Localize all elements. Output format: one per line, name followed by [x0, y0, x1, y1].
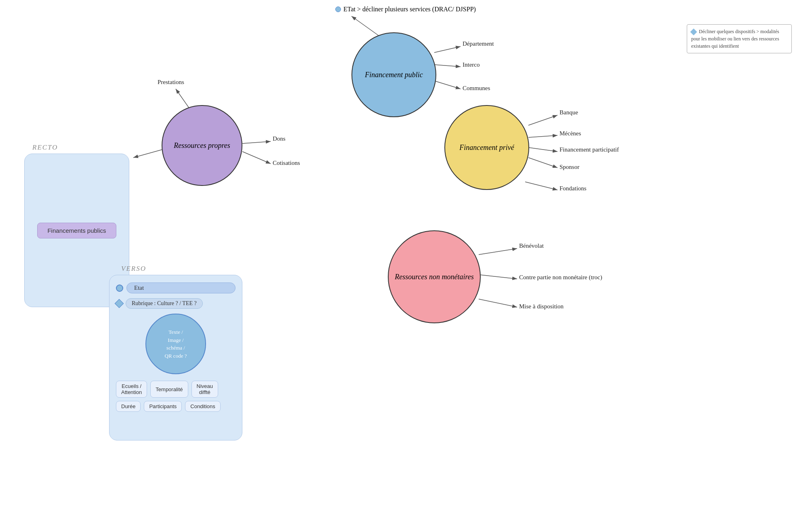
label-mecenes: Mécènes: [560, 130, 581, 137]
etat-top-text: ETat > décliner plusieurs services (DRAC…: [343, 6, 476, 13]
tag-ecueils[interactable]: Ecueils / Attention: [116, 381, 147, 398]
tag-duree[interactable]: Durée: [116, 401, 141, 412]
verso-rubrique-badge[interactable]: Rubrique : Culture ? / TEE ?: [126, 298, 203, 309]
svg-line-15: [480, 275, 517, 279]
verso-label: VERSO: [121, 265, 146, 273]
svg-line-8: [434, 81, 461, 89]
verso-diamond-icon: [115, 299, 124, 308]
label-dons: Dons: [273, 135, 286, 142]
verso-rubrique-row: Rubrique : Culture ? / TEE ?: [116, 298, 236, 309]
svg-line-3: [242, 152, 271, 164]
circle-label-ressources-propres: Ressources propres: [174, 141, 230, 150]
tag-participants[interactable]: Participants: [144, 401, 182, 412]
circle-label-financement-public: Financement public: [365, 71, 423, 79]
circle-ressources-propres: Ressources propres: [162, 105, 242, 186]
svg-line-7: [434, 65, 461, 67]
label-interco: Interco: [463, 61, 480, 68]
label-departement: Département: [463, 40, 494, 47]
etat-top-label: ETat > décliner plusieurs services (DRAC…: [335, 6, 476, 13]
svg-line-1: [176, 89, 190, 109]
svg-line-14: [479, 249, 517, 255]
diamond-icon: [690, 29, 697, 36]
label-benevolat: Bénévolat: [519, 242, 544, 249]
verso-circle-icon: [116, 285, 123, 292]
verso-etat-row: Etat: [116, 282, 236, 293]
label-financement-participatif: Financement participatif: [560, 146, 619, 153]
financements-publics-button[interactable]: Financements publics: [37, 223, 116, 238]
label-banque: Banque: [560, 109, 578, 116]
svg-line-6: [434, 46, 461, 53]
verso-content-circle: Texte / Image / schéma / QR code ?: [145, 314, 206, 374]
label-prestations: Prestations: [158, 79, 184, 86]
label-mise-a-disposition: Mise à disposition: [519, 303, 564, 310]
circle-label-ressources-non-monetaires: Ressources non monétaires: [395, 273, 474, 281]
svg-line-13: [525, 182, 557, 190]
annotation-text: Décliner quelques dispositifs > modalité…: [691, 29, 779, 49]
circle-ressources-non-monetaires: Ressources non monétaires: [388, 230, 481, 323]
svg-line-2: [242, 141, 271, 143]
verso-tags: Ecueils / Attention Temporalité Niveau d…: [116, 381, 236, 412]
label-cotisations: Cotisations: [273, 160, 300, 166]
annotation-box: Décliner quelques dispositifs > modalité…: [687, 24, 792, 53]
svg-line-11: [528, 148, 557, 152]
tag-conditions[interactable]: Conditions: [185, 401, 220, 412]
etat-circle-icon: [335, 6, 341, 12]
verso-etat-badge[interactable]: Etat: [126, 282, 236, 293]
svg-line-16: [479, 299, 517, 307]
label-sponsor: Sponsor: [560, 164, 579, 171]
label-fondations: Fondations: [560, 185, 587, 192]
svg-line-9: [528, 115, 557, 125]
svg-line-4: [133, 150, 162, 158]
svg-line-12: [528, 158, 557, 168]
circle-financement-public: Financement public: [351, 32, 436, 117]
tag-niveau[interactable]: Niveau diffté: [191, 381, 218, 398]
recto-label: RECTO: [32, 143, 58, 152]
svg-line-10: [528, 135, 557, 137]
circle-label-financement-prive: Financement privé: [459, 143, 514, 152]
verso-card: Etat Rubrique : Culture ? / TEE ? Texte …: [109, 275, 242, 440]
label-contre-partie: Contre partie non monétaire (troc): [519, 274, 602, 281]
tag-temporalite[interactable]: Temporalité: [150, 381, 188, 398]
circle-financement-prive: Financement privé: [444, 105, 529, 190]
svg-line-5: [351, 16, 380, 36]
label-communes: Communes: [463, 85, 490, 92]
